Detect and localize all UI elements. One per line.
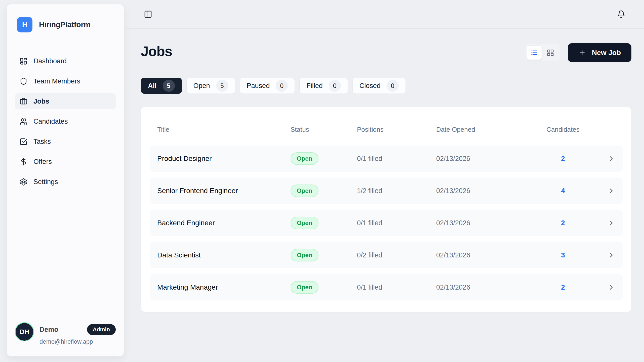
- view-toggle: [525, 44, 560, 61]
- sidebar-item-dashboard[interactable]: Dashboard: [15, 53, 116, 69]
- table-row[interactable]: Backend Engineer Open 0/1 filled 02/13/2…: [150, 210, 623, 236]
- sidebar-item-offers[interactable]: Offers: [15, 154, 116, 170]
- job-candidates-count[interactable]: 2: [537, 155, 589, 163]
- job-positions: 0/1 filled: [357, 219, 436, 227]
- job-candidates-count[interactable]: 2: [537, 219, 589, 227]
- brand-name: HiringPlatform: [39, 20, 90, 29]
- status-badge: Open: [291, 152, 318, 165]
- job-title: Data Scientist: [157, 251, 291, 259]
- filter-tab[interactable]: Paused 0: [240, 78, 295, 94]
- job-date-opened: 02/13/2026: [436, 155, 537, 163]
- job-positions: 0/1 filled: [357, 155, 436, 163]
- status-badge: Open: [291, 217, 318, 229]
- table-row[interactable]: Data Scientist Open 0/2 filled 02/13/202…: [150, 242, 623, 268]
- sidebar-item-tasks[interactable]: Tasks: [15, 133, 116, 150]
- notifications-button[interactable]: [617, 10, 625, 18]
- user-info: Demo Admin demo@hireflow.app: [39, 323, 116, 345]
- brand-logo: H: [17, 17, 32, 32]
- filter-tab-count: 0: [329, 80, 341, 92]
- chevron-right-icon: [608, 155, 615, 162]
- filter-tab-label: All: [148, 82, 157, 90]
- filter-tab-count: 0: [387, 80, 399, 92]
- sidebar-item-settings[interactable]: Settings: [15, 174, 116, 190]
- users-icon: [20, 118, 27, 125]
- table-row[interactable]: Product Designer Open 0/1 filled 02/13/2…: [150, 146, 623, 172]
- page-head: Jobs New Job: [141, 43, 631, 62]
- dashboard-icon: [20, 57, 27, 65]
- grid-view-button[interactable]: [543, 46, 558, 60]
- chevron-right-icon: [608, 251, 615, 259]
- topbar: [124, 0, 644, 29]
- bell-icon: [617, 10, 625, 18]
- chevron-right-icon: [608, 187, 615, 195]
- job-candidates-count[interactable]: 4: [537, 187, 589, 195]
- job-title: Product Designer: [157, 155, 291, 163]
- job-positions: 0/2 filled: [357, 251, 436, 259]
- filter-tab-count: 5: [216, 80, 228, 92]
- job-positions: 1/2 filled: [357, 187, 436, 195]
- panel-left-icon: [144, 10, 152, 18]
- list-view-icon: [530, 49, 538, 57]
- filter-tab-count: 5: [163, 80, 175, 92]
- chevron-right-icon: [608, 284, 615, 291]
- column-header-positions: Positions: [357, 126, 436, 133]
- filter-tab-label: Closed: [359, 82, 381, 90]
- sidebar-item-label: Candidates: [33, 118, 68, 125]
- filter-tab[interactable]: Open 5: [186, 78, 235, 94]
- user-name: Demo: [39, 326, 58, 334]
- row-chevron[interactable]: [608, 155, 615, 162]
- row-chevron[interactable]: [608, 284, 615, 291]
- filter-tab[interactable]: Filled 0: [299, 78, 348, 94]
- job-candidates-count[interactable]: 2: [537, 283, 589, 291]
- filter-tab-label: Open: [193, 82, 210, 90]
- jobs-table-card: Title Status Positions Date Opened Candi…: [141, 107, 631, 312]
- plus-icon: [578, 49, 586, 57]
- briefcase-icon: [20, 98, 27, 105]
- sidebar-toggle-button[interactable]: [144, 10, 152, 18]
- sidebar-item-label: Settings: [33, 178, 58, 186]
- column-header-candidates: Candidates: [537, 126, 589, 133]
- table-row[interactable]: Marketing Manager Open 0/1 filled 02/13/…: [150, 274, 623, 300]
- sidebar-item-label: Offers: [33, 158, 52, 166]
- filter-tab[interactable]: All 5: [141, 78, 182, 94]
- status-badge: Open: [291, 281, 318, 294]
- grid-view-icon: [547, 49, 554, 57]
- new-job-button[interactable]: New Job: [568, 43, 631, 62]
- status-badge: Open: [291, 185, 318, 197]
- sidebar-item-candidates[interactable]: Candidates: [15, 113, 116, 129]
- content: Jobs New Job All: [124, 29, 644, 312]
- sidebar-item-label: Dashboard: [33, 57, 67, 65]
- job-date-opened: 02/13/2026: [436, 187, 537, 195]
- job-candidates-count[interactable]: 3: [537, 251, 589, 259]
- column-header-title: Title: [157, 126, 291, 133]
- job-positions: 0/1 filled: [357, 284, 436, 291]
- job-date-opened: 02/13/2026: [436, 219, 537, 227]
- sidebar-item-team-members[interactable]: Team Members: [15, 73, 116, 89]
- sidebar-item-jobs[interactable]: Jobs: [15, 93, 116, 109]
- row-chevron[interactable]: [608, 251, 615, 259]
- status-badge: Open: [291, 249, 318, 261]
- column-header-status: Status: [291, 126, 357, 133]
- new-job-label: New Job: [592, 49, 621, 57]
- sidebar-nav: Dashboard Team Members Jobs Candidates T…: [15, 53, 116, 190]
- shield-icon: [20, 77, 27, 85]
- avatar: DH: [16, 323, 33, 341]
- job-title: Backend Engineer: [157, 219, 291, 227]
- filter-tab-label: Filled: [306, 82, 323, 90]
- head-actions: New Job: [525, 43, 631, 62]
- status-filter-tabs: All 5 Open 5 Paused 0 Filled 0 Closed 0: [141, 78, 631, 94]
- brand: H HiringPlatform: [15, 17, 116, 32]
- job-title: Senior Frontend Engineer: [157, 187, 291, 195]
- user-email: demo@hireflow.app: [39, 338, 116, 345]
- list-view-button[interactable]: [527, 46, 542, 60]
- filter-tab-label: Paused: [247, 82, 270, 90]
- row-chevron[interactable]: [608, 187, 615, 195]
- job-title: Marketing Manager: [157, 283, 291, 291]
- sidebar: H HiringPlatform Dashboard Team Members …: [7, 4, 124, 356]
- sidebar-user[interactable]: DH Demo Admin demo@hireflow.app: [15, 323, 116, 345]
- table-row[interactable]: Senior Frontend Engineer Open 1/2 filled…: [150, 178, 623, 204]
- brand-logo-letter: H: [22, 21, 27, 29]
- chevron-right-icon: [608, 219, 615, 227]
- row-chevron[interactable]: [608, 219, 615, 227]
- filter-tab[interactable]: Closed 0: [352, 78, 406, 94]
